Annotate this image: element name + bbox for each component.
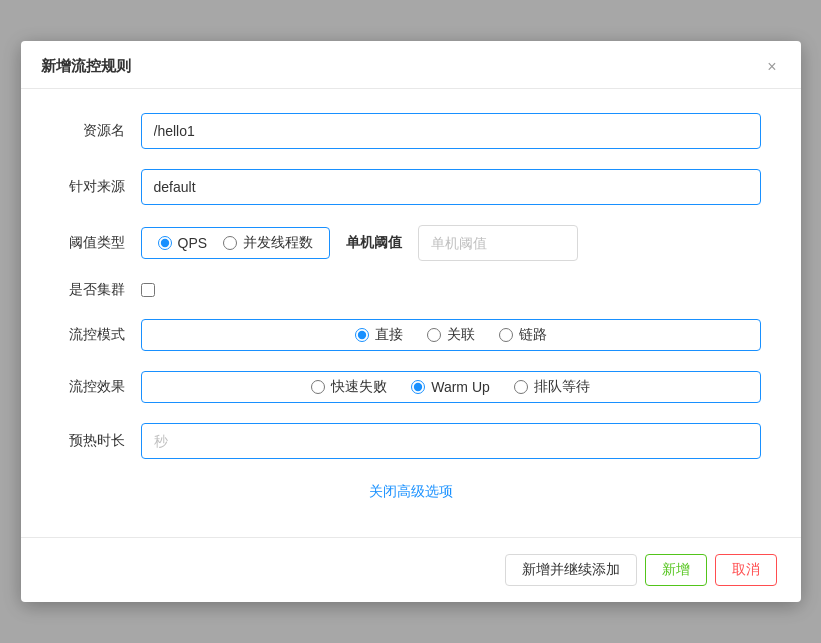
preheat-input[interactable] [141, 423, 761, 459]
warm-up-option[interactable]: Warm Up [411, 379, 490, 395]
cluster-checkbox[interactable] [141, 283, 155, 297]
flow-effect-control: 快速失败 Warm Up 排队等待 [141, 371, 761, 403]
single-threshold-label: 单机阈值 [346, 234, 402, 252]
source-input[interactable] [141, 169, 761, 205]
flow-effect-radio-group: 快速失败 Warm Up 排队等待 [141, 371, 761, 403]
fast-fail-radio[interactable] [311, 380, 325, 394]
threads-label: 并发线程数 [243, 234, 313, 252]
cluster-control [141, 283, 761, 297]
chain-radio[interactable] [499, 328, 513, 342]
qps-radio[interactable] [158, 236, 172, 250]
qps-label: QPS [178, 235, 208, 251]
cluster-label: 是否集群 [61, 281, 141, 299]
cancel-button[interactable]: 取消 [715, 554, 777, 586]
chain-option[interactable]: 链路 [499, 326, 547, 344]
threshold-type-row: 阈值类型 QPS 并发线程数 单 [61, 225, 761, 261]
preheat-row: 预热时长 [61, 423, 761, 459]
dialog-body: 资源名 针对来源 阈值类型 [21, 89, 801, 537]
dialog-overlay: 新增流控规则 × 资源名 针对来源 阈值类型 [0, 0, 821, 643]
flow-mode-radio-group: 直接 关联 链路 [141, 319, 761, 351]
threads-option[interactable]: 并发线程数 [223, 234, 313, 252]
relation-label: 关联 [447, 326, 475, 344]
queue-radio[interactable] [514, 380, 528, 394]
close-button[interactable]: × [763, 59, 780, 75]
flow-mode-control: 直接 关联 链路 [141, 319, 761, 351]
fast-fail-label: 快速失败 [331, 378, 387, 396]
resource-name-label: 资源名 [61, 122, 141, 140]
continue-add-button[interactable]: 新增并继续添加 [505, 554, 637, 586]
chain-label: 链路 [519, 326, 547, 344]
dialog-title: 新增流控规则 [41, 57, 131, 76]
cluster-row: 是否集群 [61, 281, 761, 299]
source-label: 针对来源 [61, 178, 141, 196]
queue-option[interactable]: 排队等待 [514, 378, 590, 396]
direct-option[interactable]: 直接 [355, 326, 403, 344]
warm-up-label: Warm Up [431, 379, 490, 395]
source-row: 针对来源 [61, 169, 761, 205]
flow-effect-row: 流控效果 快速失败 Warm Up 排队等待 [61, 371, 761, 403]
preheat-label: 预热时长 [61, 432, 141, 450]
dialog-header: 新增流控规则 × [21, 41, 801, 89]
resource-name-input[interactable] [141, 113, 761, 149]
flow-effect-label: 流控效果 [61, 378, 141, 396]
threshold-row: QPS 并发线程数 单机阈值 [141, 225, 761, 261]
dialog: 新增流控规则 × 资源名 针对来源 阈值类型 [21, 41, 801, 602]
resource-name-control [141, 113, 761, 149]
threshold-type-label: 阈值类型 [61, 234, 141, 252]
preheat-control [141, 423, 761, 459]
flow-mode-row: 流控模式 直接 关联 链路 [61, 319, 761, 351]
resource-name-row: 资源名 [61, 113, 761, 149]
qps-option[interactable]: QPS [158, 235, 208, 251]
direct-label: 直接 [375, 326, 403, 344]
threads-radio[interactable] [223, 236, 237, 250]
fast-fail-option[interactable]: 快速失败 [311, 378, 387, 396]
flow-mode-label: 流控模式 [61, 326, 141, 344]
advanced-link-row: 关闭高级选项 [61, 479, 761, 513]
threshold-type-control: QPS 并发线程数 单机阈值 [141, 225, 761, 261]
warm-up-radio[interactable] [411, 380, 425, 394]
dialog-footer: 新增并继续添加 新增 取消 [21, 537, 801, 602]
source-control [141, 169, 761, 205]
add-button[interactable]: 新增 [645, 554, 707, 586]
single-threshold-input[interactable] [418, 225, 578, 261]
relation-option[interactable]: 关联 [427, 326, 475, 344]
direct-radio[interactable] [355, 328, 369, 342]
advanced-link[interactable]: 关闭高级选项 [369, 483, 453, 501]
threshold-type-radio-group: QPS 并发线程数 [141, 227, 331, 259]
queue-label: 排队等待 [534, 378, 590, 396]
relation-radio[interactable] [427, 328, 441, 342]
